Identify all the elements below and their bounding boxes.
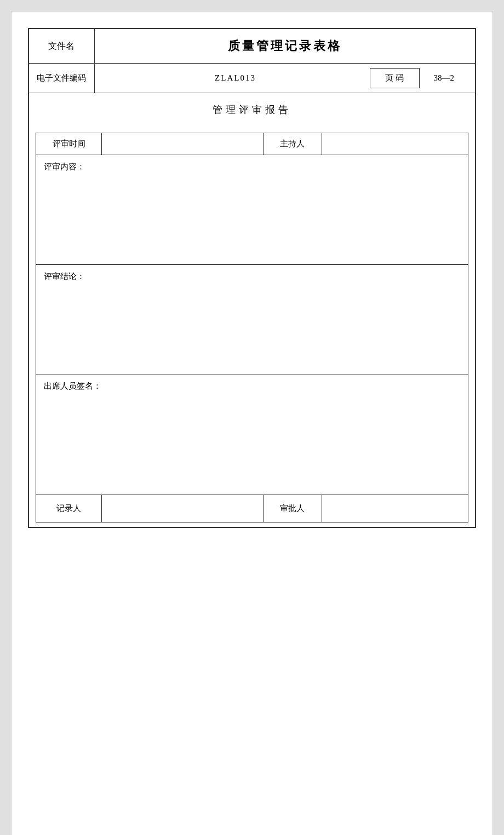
page: 文件名 质量管理记录表格 电子文件编码 ZLAL013 页 码 38—2	[11, 11, 493, 835]
review-content-row: 评审内容：	[36, 155, 468, 265]
review-conclusion-label: 评审结论：	[44, 271, 460, 282]
outer-table: 文件名 质量管理记录表格 电子文件编码 ZLAL013 页 码 38—2	[28, 28, 476, 528]
recorder-value	[102, 495, 263, 522]
page-label: 页 码	[370, 69, 419, 88]
review-conclusion-cell: 评审结论：	[36, 265, 468, 374]
inner-table: 评审时间 主持人 评审内容： 评审结论：	[36, 133, 468, 522]
code-value-cell: ZLAL013 页 码 38—2	[94, 64, 476, 93]
page-value: 38—2	[419, 69, 468, 88]
content-cell: 管理评审报告 评审时间 主持人 评审内容：	[28, 93, 476, 528]
code-row: 电子文件编码 ZLAL013 页 码 38—2	[28, 64, 476, 93]
host-value	[322, 133, 468, 155]
host-label: 主持人	[263, 133, 322, 155]
attendees-label: 出席人员签名：	[44, 381, 460, 391]
recorder-approver-row: 记录人 审批人	[36, 495, 468, 522]
attendees-row: 出席人员签名：	[36, 374, 468, 495]
review-time-value	[102, 133, 263, 155]
recorder-label: 记录人	[36, 495, 102, 522]
code-value: ZLAL013	[101, 69, 370, 88]
approver-value	[322, 495, 468, 522]
review-content-cell: 评审内容：	[36, 155, 468, 265]
file-name-label: 文件名	[48, 41, 75, 50]
approver-label: 审批人	[263, 495, 322, 522]
title-cell: 质量管理记录表格	[94, 29, 476, 64]
attendees-cell: 出席人员签名：	[36, 374, 468, 495]
report-title: 管理评审报告	[36, 98, 468, 122]
review-content-label: 评审内容：	[44, 162, 460, 172]
review-time-label: 评审时间	[36, 133, 102, 155]
time-host-row: 评审时间 主持人	[36, 133, 468, 155]
file-name-cell: 文件名	[28, 29, 94, 64]
review-conclusion-row: 评审结论：	[36, 265, 468, 374]
document-title: 质量管理记录表格	[228, 39, 342, 53]
content-row: 管理评审报告 评审时间 主持人 评审内容：	[28, 93, 476, 528]
code-inner-table: ZLAL013 页 码 38—2	[101, 68, 469, 88]
header-row: 文件名 质量管理记录表格	[28, 29, 476, 64]
code-label: 电子文件编码	[28, 64, 94, 93]
